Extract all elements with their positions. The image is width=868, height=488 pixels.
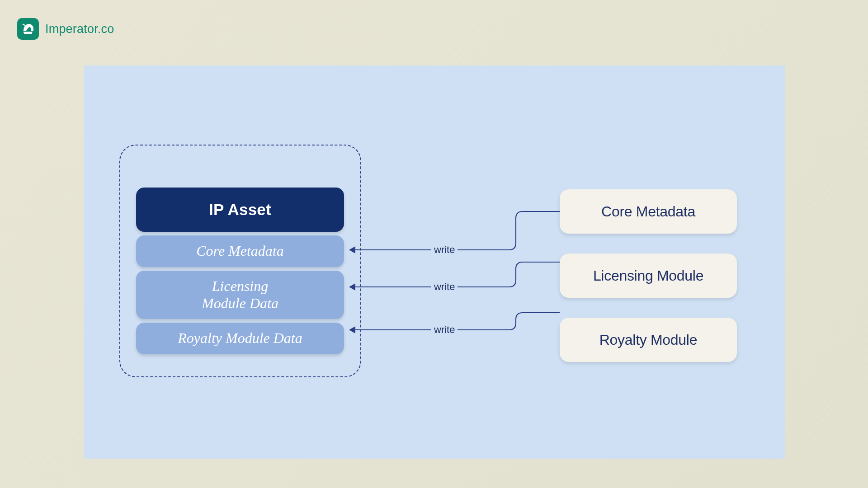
helmet-icon [21,22,35,36]
edge-label-licensing: write [431,281,458,293]
arrow-left-icon [349,246,355,253]
asset-row-licensing-data: Licensing Module Data [136,271,344,319]
module-licensing: Licensing Module [560,253,737,298]
ip-asset-stack: IP Asset Core Metadata Licensing Module … [136,188,344,358]
brand-lockup: Imperator.co [17,18,114,40]
arrow-left-icon [349,283,355,291]
module-core-metadata: Core Metadata [560,189,737,234]
brand-name: Imperator.co [45,22,114,36]
brand-helmet-icon [17,18,39,40]
asset-row-royalty-data: Royalty Module Data [136,323,344,354]
modules-column: Core Metadata Licensing Module Royalty M… [560,189,737,362]
edge-label-royalty: write [431,324,458,336]
diagram-canvas: IP Asset Core Metadata Licensing Module … [84,66,785,459]
ip-asset-header: IP Asset [136,188,344,232]
arrow-left-icon [349,326,355,333]
asset-row-core-metadata: Core Metadata [136,235,344,267]
module-royalty: Royalty Module [560,318,737,362]
edge-label-core: write [431,244,458,256]
